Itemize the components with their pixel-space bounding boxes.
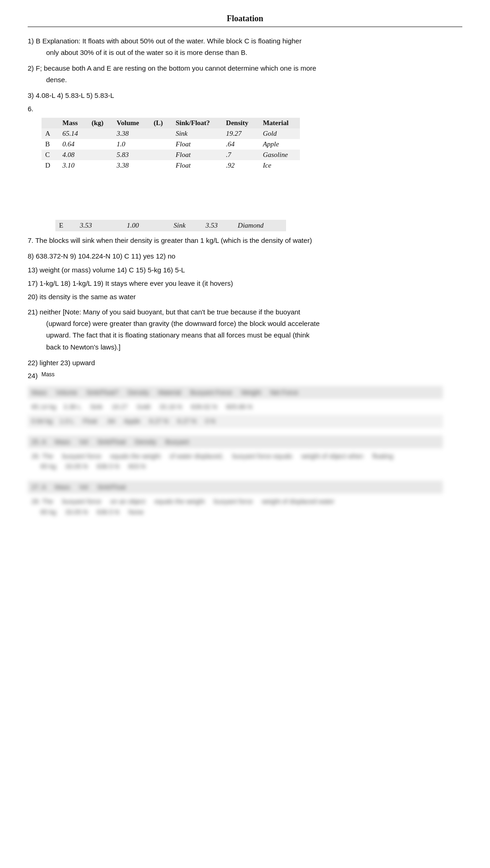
table-row: D 3.10 3.38 Float .92 Ice [42,160,300,171]
col-letter [42,118,59,128]
answer-13-16: 13) weight (or mass) volume 14) C 15) 5-… [28,264,462,276]
col-mass-unit: (kg) [88,118,113,128]
col-volume-unit: (L) [150,118,172,128]
col-density: Density [222,118,259,128]
col-mass: Mass [59,118,88,128]
answer-21: 21) neither [Note: Many of you said buoy… [28,307,462,352]
question-6-label: 6. [28,103,462,114]
table-6: Mass (kg) Volume (L) Sink/Float? Density… [42,118,462,171]
row-e-table: E 3.53 1.00 Sink 3.53 Diamond [55,220,286,231]
answer-24: 24) Mass [28,370,462,381]
col-material: Material [259,118,300,128]
page-title: Floatation [28,14,462,24]
row-e-section: E 3.53 1.00 Sink 3.53 Diamond [55,220,462,231]
spacer [28,175,462,211]
answer-1: 1) B Explanation: It floats with about 5… [28,36,462,58]
table-row: B 0.64 1.0 Float .64 Apple [42,139,300,150]
table-row: C 4.08 5.83 Float .7 Gasoline [42,150,300,160]
answer-7: 7. The blocks will sink when their densi… [28,235,462,246]
table-header-row: Mass (kg) Volume (L) Sink/Float? Density… [42,118,300,128]
title-divider [28,26,462,27]
col-volume: Volume [113,118,150,128]
answer-8-12: 8) 638.372-N 9) 104.224-N 10) C 11) yes … [28,250,462,262]
blurred-table-24: Mass Volume Sink/Float? Density Material… [28,386,462,519]
floatation-table: Mass (kg) Volume (L) Sink/Float? Density… [42,118,300,171]
table-row: A 65.14 3.38 Sink 19.27 Gold [42,128,300,139]
col-sink-float: Sink/Float? [172,118,222,128]
answer-3-5: 3) 4.08-L 4) 5.83-L 5) 5.83-L [28,90,462,102]
answer-22-23: 22) lighter 23) upward [28,357,462,369]
answer-2: 2) F; because both A and E are resting o… [28,63,462,85]
answer-17-19: 17) 1-kg/L 18) 1-kg/L 19) It stays where… [28,277,462,289]
answer-20: 20) its density is the same as water [28,291,462,302]
table-row-e: E 3.53 1.00 Sink 3.53 Diamond [55,220,286,231]
